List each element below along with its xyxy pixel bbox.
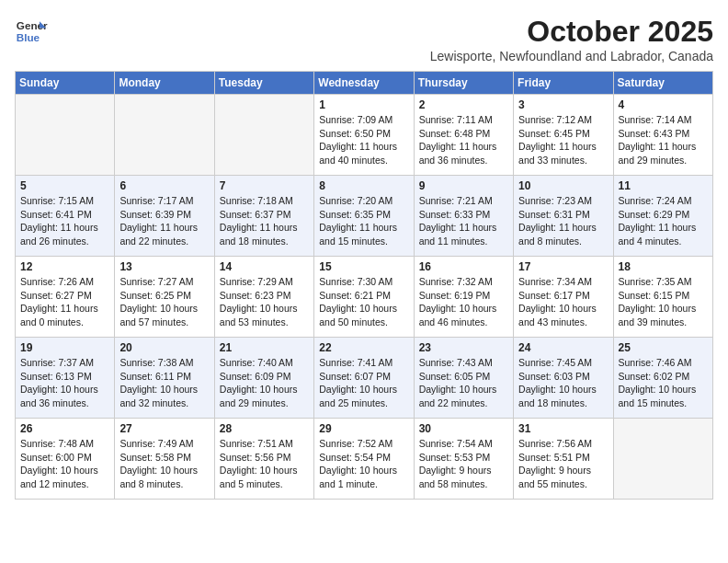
cell-content: Sunrise: 7:29 AM Sunset: 6:23 PM Dayligh… xyxy=(220,275,309,329)
day-number: 9 xyxy=(419,179,508,192)
calendar-cell: 15Sunrise: 7:30 AM Sunset: 6:21 PM Dayli… xyxy=(314,257,414,338)
calendar-cell: 29Sunrise: 7:52 AM Sunset: 5:54 PM Dayli… xyxy=(314,419,414,500)
calendar-cell xyxy=(613,419,712,500)
day-number: 5 xyxy=(20,179,109,192)
day-number: 8 xyxy=(319,179,408,192)
cell-content: Sunrise: 7:11 AM Sunset: 6:48 PM Dayligh… xyxy=(419,113,508,167)
calendar-cell: 2Sunrise: 7:11 AM Sunset: 6:48 PM Daylig… xyxy=(414,95,513,176)
day-number: 18 xyxy=(619,260,708,273)
cell-content: Sunrise: 7:41 AM Sunset: 6:07 PM Dayligh… xyxy=(319,356,408,410)
calendar-cell: 3Sunrise: 7:12 AM Sunset: 6:45 PM Daylig… xyxy=(514,95,613,176)
cell-content: Sunrise: 7:30 AM Sunset: 6:21 PM Dayligh… xyxy=(319,275,408,329)
day-number: 27 xyxy=(119,422,209,435)
calendar-cell xyxy=(16,95,115,176)
calendar-cell: 9Sunrise: 7:21 AM Sunset: 6:33 PM Daylig… xyxy=(414,176,513,257)
day-number: 16 xyxy=(419,260,508,273)
day-number: 23 xyxy=(419,341,508,354)
calendar-cell xyxy=(214,95,313,176)
calendar-cell: 25Sunrise: 7:46 AM Sunset: 6:02 PM Dayli… xyxy=(613,338,712,419)
weekday-friday: Friday xyxy=(514,72,613,95)
calendar-cell: 26Sunrise: 7:48 AM Sunset: 6:00 PM Dayli… xyxy=(16,419,115,500)
calendar-cell: 24Sunrise: 7:45 AM Sunset: 6:03 PM Dayli… xyxy=(514,338,613,419)
cell-content: Sunrise: 7:14 AM Sunset: 6:43 PM Dayligh… xyxy=(619,113,708,167)
day-number: 11 xyxy=(619,179,708,192)
day-number: 30 xyxy=(419,422,508,435)
day-number: 25 xyxy=(619,341,708,354)
day-number: 21 xyxy=(220,341,309,354)
weekday-wednesday: Wednesday xyxy=(314,72,414,95)
month-title: October 2025 xyxy=(430,15,713,49)
cell-content: Sunrise: 7:54 AM Sunset: 5:53 PM Dayligh… xyxy=(419,437,508,491)
cell-content: Sunrise: 7:51 AM Sunset: 5:56 PM Dayligh… xyxy=(220,437,309,491)
header: General Blue October 2025 Lewisporte, Ne… xyxy=(15,15,713,63)
cell-content: Sunrise: 7:24 AM Sunset: 6:29 PM Dayligh… xyxy=(619,194,708,248)
day-number: 15 xyxy=(319,260,408,273)
day-number: 4 xyxy=(619,98,708,111)
day-number: 13 xyxy=(119,260,209,273)
cell-content: Sunrise: 7:56 AM Sunset: 5:51 PM Dayligh… xyxy=(518,437,608,491)
cell-content: Sunrise: 7:27 AM Sunset: 6:25 PM Dayligh… xyxy=(119,275,209,329)
subtitle: Lewisporte, Newfoundland and Labrador, C… xyxy=(430,49,713,63)
day-number: 26 xyxy=(20,422,109,435)
cell-content: Sunrise: 7:35 AM Sunset: 6:15 PM Dayligh… xyxy=(619,275,708,329)
week-row-2: 5Sunrise: 7:15 AM Sunset: 6:41 PM Daylig… xyxy=(16,176,713,257)
calendar-cell: 16Sunrise: 7:32 AM Sunset: 6:19 PM Dayli… xyxy=(414,257,513,338)
cell-content: Sunrise: 7:15 AM Sunset: 6:41 PM Dayligh… xyxy=(20,194,109,248)
calendar-cell: 20Sunrise: 7:38 AM Sunset: 6:11 PM Dayli… xyxy=(115,338,214,419)
calendar-cell: 18Sunrise: 7:35 AM Sunset: 6:15 PM Dayli… xyxy=(613,257,712,338)
cell-content: Sunrise: 7:52 AM Sunset: 5:54 PM Dayligh… xyxy=(319,437,408,491)
day-number: 29 xyxy=(319,422,408,435)
cell-content: Sunrise: 7:38 AM Sunset: 6:11 PM Dayligh… xyxy=(119,356,209,410)
day-number: 22 xyxy=(319,341,408,354)
calendar-cell: 4Sunrise: 7:14 AM Sunset: 6:43 PM Daylig… xyxy=(613,95,712,176)
calendar-cell: 17Sunrise: 7:34 AM Sunset: 6:17 PM Dayli… xyxy=(514,257,613,338)
calendar-cell: 21Sunrise: 7:40 AM Sunset: 6:09 PM Dayli… xyxy=(214,338,313,419)
day-number: 14 xyxy=(220,260,309,273)
calendar-cell: 19Sunrise: 7:37 AM Sunset: 6:13 PM Dayli… xyxy=(16,338,115,419)
calendar-cell: 5Sunrise: 7:15 AM Sunset: 6:41 PM Daylig… xyxy=(16,176,115,257)
calendar-cell: 22Sunrise: 7:41 AM Sunset: 6:07 PM Dayli… xyxy=(314,338,414,419)
cell-content: Sunrise: 7:21 AM Sunset: 6:33 PM Dayligh… xyxy=(419,194,508,248)
svg-text:Blue: Blue xyxy=(17,31,40,43)
day-number: 2 xyxy=(419,98,508,111)
calendar-cell: 8Sunrise: 7:20 AM Sunset: 6:35 PM Daylig… xyxy=(314,176,414,257)
calendar-cell: 13Sunrise: 7:27 AM Sunset: 6:25 PM Dayli… xyxy=(115,257,214,338)
cell-content: Sunrise: 7:48 AM Sunset: 6:00 PM Dayligh… xyxy=(20,437,109,491)
calendar-cell: 7Sunrise: 7:18 AM Sunset: 6:37 PM Daylig… xyxy=(214,176,313,257)
weekday-saturday: Saturday xyxy=(613,72,712,95)
title-block: October 2025 Lewisporte, Newfoundland an… xyxy=(430,15,713,63)
cell-content: Sunrise: 7:32 AM Sunset: 6:19 PM Dayligh… xyxy=(419,275,508,329)
logo: General Blue xyxy=(15,15,48,48)
calendar-cell: 23Sunrise: 7:43 AM Sunset: 6:05 PM Dayli… xyxy=(414,338,513,419)
day-number: 10 xyxy=(518,179,608,192)
day-number: 6 xyxy=(119,179,209,192)
cell-content: Sunrise: 7:17 AM Sunset: 6:39 PM Dayligh… xyxy=(119,194,209,248)
day-number: 20 xyxy=(119,341,209,354)
week-row-5: 26Sunrise: 7:48 AM Sunset: 6:00 PM Dayli… xyxy=(16,419,713,500)
calendar-cell: 11Sunrise: 7:24 AM Sunset: 6:29 PM Dayli… xyxy=(613,176,712,257)
cell-content: Sunrise: 7:40 AM Sunset: 6:09 PM Dayligh… xyxy=(220,356,309,410)
logo-icon: General Blue xyxy=(15,15,48,48)
calendar-table: SundayMondayTuesdayWednesdayThursdayFrid… xyxy=(15,71,713,500)
day-number: 19 xyxy=(20,341,109,354)
calendar-cell xyxy=(115,95,214,176)
cell-content: Sunrise: 7:37 AM Sunset: 6:13 PM Dayligh… xyxy=(20,356,109,410)
day-number: 12 xyxy=(20,260,109,273)
day-number: 3 xyxy=(518,98,608,111)
day-number: 17 xyxy=(518,260,608,273)
calendar-cell: 27Sunrise: 7:49 AM Sunset: 5:58 PM Dayli… xyxy=(115,419,214,500)
cell-content: Sunrise: 7:45 AM Sunset: 6:03 PM Dayligh… xyxy=(518,356,608,410)
cell-content: Sunrise: 7:43 AM Sunset: 6:05 PM Dayligh… xyxy=(419,356,508,410)
cell-content: Sunrise: 7:20 AM Sunset: 6:35 PM Dayligh… xyxy=(319,194,408,248)
cell-content: Sunrise: 7:26 AM Sunset: 6:27 PM Dayligh… xyxy=(20,275,109,329)
calendar-cell: 14Sunrise: 7:29 AM Sunset: 6:23 PM Dayli… xyxy=(214,257,313,338)
weekday-monday: Monday xyxy=(115,72,214,95)
cell-content: Sunrise: 7:49 AM Sunset: 5:58 PM Dayligh… xyxy=(119,437,209,491)
calendar-cell: 28Sunrise: 7:51 AM Sunset: 5:56 PM Dayli… xyxy=(214,419,313,500)
weekday-thursday: Thursday xyxy=(414,72,513,95)
week-row-3: 12Sunrise: 7:26 AM Sunset: 6:27 PM Dayli… xyxy=(16,257,713,338)
calendar-cell: 1Sunrise: 7:09 AM Sunset: 6:50 PM Daylig… xyxy=(314,95,414,176)
cell-content: Sunrise: 7:23 AM Sunset: 6:31 PM Dayligh… xyxy=(518,194,608,248)
weekday-header-row: SundayMondayTuesdayWednesdayThursdayFrid… xyxy=(16,72,713,95)
cell-content: Sunrise: 7:09 AM Sunset: 6:50 PM Dayligh… xyxy=(319,113,408,167)
